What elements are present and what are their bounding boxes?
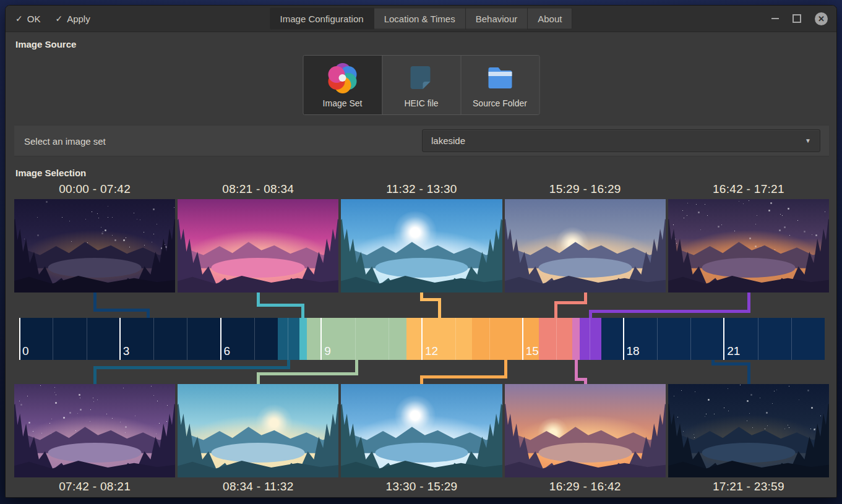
timeline-hour-line (389, 318, 389, 360)
app-window: ✓ OK ✓ Apply Image ConfigurationLocation… (5, 5, 837, 498)
timeline-connector (575, 378, 587, 381)
time-range-label: 15:29 - 16:29 (505, 182, 666, 196)
time-range-label: 16:29 - 16:42 (505, 480, 666, 493)
timeline-connector (301, 304, 304, 318)
time-range-label: 00:00 - 07:42 (14, 182, 175, 196)
minimize-icon[interactable] (771, 18, 779, 19)
timeline-connector (355, 360, 358, 375)
tab-location-times[interactable]: Location & Times (374, 8, 466, 30)
image-source-heading: Image Source (15, 39, 76, 49)
timeline-hour-line (187, 318, 187, 360)
timeline-hour-line (556, 318, 557, 360)
lake (48, 258, 142, 278)
wallpaper-thumbnail (505, 384, 666, 477)
wallpaper-thumbnail (341, 384, 502, 477)
timeline-connector (711, 360, 715, 365)
ok-button[interactable]: ✓ OK (15, 14, 40, 24)
timeline-connector (420, 375, 507, 378)
wallpaper-thumbnail (505, 199, 666, 293)
timeline-hour-label: 15 (526, 344, 539, 358)
tab-image-configuration[interactable]: Image Configuration (270, 8, 374, 30)
timeline-hour-label: 21 (727, 344, 740, 358)
timeline-connector (584, 378, 587, 385)
timeline-hour-line-major (723, 318, 724, 360)
timeline-segment (572, 318, 580, 360)
stars (14, 384, 15, 385)
timeline-hour-label: 9 (324, 344, 331, 358)
timeline-hour-line (657, 318, 658, 360)
timeline-connector (420, 375, 423, 385)
timeline-hour-line (53, 318, 53, 360)
bottom-image-row (14, 384, 829, 477)
wallpaper-thumbnail (668, 384, 829, 477)
timeline-hour-line-major (220, 318, 221, 360)
wallpaper-thumbnail (178, 384, 338, 477)
image-set-dropdown[interactable]: lakeside ▼ (422, 129, 820, 152)
lake (212, 258, 305, 278)
timeline-connector (257, 372, 358, 375)
timeline-hour-line (355, 318, 356, 360)
source-option-heic-file[interactable]: HEIC file (382, 56, 460, 114)
close-icon[interactable]: ✕ (815, 12, 828, 25)
timeline-connector (504, 360, 507, 378)
timeline-hour-label: 18 (627, 344, 640, 358)
wallpaper-thumbnail (178, 199, 338, 293)
time-range-label: 13:30 - 15:29 (341, 480, 502, 493)
apply-button[interactable]: ✓ Apply (55, 14, 90, 24)
timeline-hour-line-major (320, 318, 322, 360)
timeline-hour-line-major (623, 318, 624, 360)
photos-pinwheel-icon (327, 63, 358, 93)
timeline-segment (278, 318, 299, 360)
image-source-options: Image SetHEIC fileSource Folder (303, 55, 539, 115)
source-option-label: Image Set (323, 98, 363, 108)
timeline-connector (575, 360, 578, 381)
timeline-connector (147, 309, 150, 318)
timeline-hour-line-major (522, 318, 523, 360)
folder-icon (484, 63, 515, 93)
time-range-label: 16:42 - 17:21 (668, 182, 829, 196)
lake (48, 443, 142, 463)
timeline-connector (711, 362, 750, 365)
wallpaper-thumbnail (14, 384, 175, 477)
timeline-hour-line-major (19, 318, 20, 360)
tab-about[interactable]: About (528, 8, 572, 30)
title-bar: ✓ OK ✓ Apply Image ConfigurationLocation… (6, 6, 836, 32)
source-option-label: HEIC file (404, 98, 438, 108)
timeline-connector (554, 301, 557, 318)
source-option-source-folder[interactable]: Source Folder (460, 56, 539, 114)
wallpaper-thumbnail (341, 199, 502, 293)
timeline-hour-line (489, 318, 490, 360)
time-range-label: 07:42 - 08:21 (14, 480, 175, 493)
timeline-connector (438, 298, 441, 318)
maximize-icon[interactable] (793, 14, 801, 23)
timeline-hour-label: 12 (425, 344, 438, 358)
source-option-label: Source Folder (473, 98, 527, 108)
timeline-connector (747, 293, 750, 313)
top-image-row (14, 199, 829, 293)
timeline-connector (747, 362, 750, 385)
timeline-segment (299, 318, 307, 360)
lake (702, 443, 795, 463)
lake (212, 443, 305, 463)
timeline-connector (93, 309, 150, 312)
timeline-segment (406, 318, 473, 360)
timeline-segment (580, 318, 601, 360)
timeline-connector (93, 293, 97, 312)
timeline-hour-line (87, 318, 87, 360)
tab-behaviour[interactable]: Behaviour (466, 8, 528, 30)
stars (668, 384, 669, 385)
timeline-connector (589, 310, 592, 318)
lake (538, 443, 632, 463)
timeline-hour-line (153, 318, 154, 360)
check-icon: ✓ (15, 14, 23, 23)
lake (375, 443, 468, 463)
lake (375, 258, 468, 278)
pinwheel-center (339, 74, 346, 82)
content-area: Image Source Image SetHEIC fileSource Fo… (6, 32, 836, 498)
source-option-image-set[interactable]: Image Set (303, 56, 382, 114)
apply-label: Apply (67, 14, 90, 24)
timeline-connector (554, 301, 587, 304)
timeline-hour-label: 6 (224, 344, 231, 358)
image-selection-heading: Image Selection (15, 168, 86, 178)
timeline-connector (257, 293, 260, 307)
